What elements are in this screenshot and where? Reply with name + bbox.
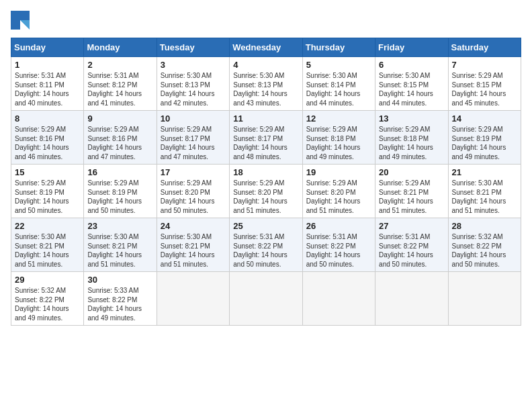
day-info: Sunrise: 5:30 AMSunset: 8:15 PMDaylight:… (379, 71, 444, 107)
weekday-friday: Friday (375, 38, 448, 57)
calendar-cell: 24 Sunrise: 5:30 AMSunset: 8:21 PMDaylig… (157, 218, 229, 272)
day-info: Sunrise: 5:32 AMSunset: 8:22 PMDaylight:… (15, 286, 80, 322)
calendar-cell: 13 Sunrise: 5:29 AMSunset: 8:18 PMDaylig… (375, 111, 448, 165)
logo-icon (11, 11, 30, 30)
calendar-cell: 4 Sunrise: 5:30 AMSunset: 8:13 PMDayligh… (230, 57, 302, 111)
day-info: Sunrise: 5:30 AMSunset: 8:21 PMDaylight:… (87, 232, 152, 269)
day-number: 1 (15, 60, 80, 70)
weekday-header-row: SundayMondayTuesdayWednesdayThursdayFrid… (11, 38, 521, 57)
calendar-cell: 1 Sunrise: 5:31 AMSunset: 8:11 PMDayligh… (11, 57, 84, 111)
svg-rect-2 (11, 20, 20, 30)
day-number: 16 (87, 167, 152, 177)
calendar-cell: 28 Sunrise: 5:32 AMSunset: 8:22 PMDaylig… (448, 218, 521, 272)
calendar-week-3: 15 Sunrise: 5:29 AMSunset: 8:19 PMDaylig… (11, 165, 521, 218)
calendar-cell: 15 Sunrise: 5:29 AMSunset: 8:19 PMDaylig… (11, 165, 84, 218)
day-number: 12 (306, 113, 371, 124)
day-number: 24 (161, 221, 226, 231)
day-number: 20 (379, 167, 444, 177)
calendar-cell: 27 Sunrise: 5:31 AMSunset: 8:22 PMDaylig… (375, 218, 448, 272)
day-number: 6 (379, 60, 444, 70)
calendar-cell: 10 Sunrise: 5:29 AMSunset: 8:17 PMDaylig… (157, 111, 229, 165)
calendar-cell: 26 Sunrise: 5:31 AMSunset: 8:22 PMDaylig… (302, 218, 375, 272)
day-number: 21 (452, 167, 517, 177)
calendar-week-5: 29 Sunrise: 5:32 AMSunset: 8:22 PMDaylig… (11, 272, 521, 326)
calendar-cell: 25 Sunrise: 5:31 AMSunset: 8:22 PMDaylig… (230, 218, 302, 272)
page-header (11, 11, 521, 30)
day-info: Sunrise: 5:29 AMSunset: 8:18 PMDaylight:… (379, 125, 444, 161)
calendar-cell: 9 Sunrise: 5:29 AMSunset: 8:16 PMDayligh… (84, 111, 157, 165)
calendar-cell (375, 272, 448, 326)
day-info: Sunrise: 5:29 AMSunset: 8:20 PMDaylight:… (233, 179, 298, 215)
day-number: 11 (233, 113, 298, 124)
day-info: Sunrise: 5:29 AMSunset: 8:17 PMDaylight:… (233, 125, 298, 161)
calendar-cell: 14 Sunrise: 5:29 AMSunset: 8:19 PMDaylig… (448, 111, 521, 165)
day-number: 22 (15, 221, 80, 231)
day-number: 13 (379, 113, 444, 124)
day-info: Sunrise: 5:30 AMSunset: 8:21 PMDaylight:… (15, 232, 80, 269)
day-info: Sunrise: 5:29 AMSunset: 8:20 PMDaylight:… (161, 179, 226, 215)
day-number: 23 (87, 221, 152, 231)
day-number: 5 (306, 60, 371, 70)
day-number: 19 (306, 167, 371, 177)
day-number: 27 (379, 221, 444, 231)
calendar-cell (230, 272, 302, 326)
day-number: 17 (161, 167, 226, 177)
calendar-cell (302, 272, 375, 326)
day-info: Sunrise: 5:29 AMSunset: 8:16 PMDaylight:… (87, 125, 152, 161)
day-number: 26 (306, 221, 371, 231)
day-info: Sunrise: 5:29 AMSunset: 8:17 PMDaylight:… (161, 125, 226, 161)
day-info: Sunrise: 5:31 AMSunset: 8:12 PMDaylight:… (87, 71, 152, 107)
calendar-cell: 18 Sunrise: 5:29 AMSunset: 8:20 PMDaylig… (230, 165, 302, 218)
calendar-cell: 2 Sunrise: 5:31 AMSunset: 8:12 PMDayligh… (84, 57, 157, 111)
calendar-cell: 8 Sunrise: 5:29 AMSunset: 8:16 PMDayligh… (11, 111, 84, 165)
calendar-cell: 19 Sunrise: 5:29 AMSunset: 8:20 PMDaylig… (302, 165, 375, 218)
day-info: Sunrise: 5:30 AMSunset: 8:13 PMDaylight:… (161, 71, 226, 107)
day-info: Sunrise: 5:31 AMSunset: 8:11 PMDaylight:… (15, 71, 80, 107)
weekday-tuesday: Tuesday (157, 38, 229, 57)
weekday-sunday: Sunday (11, 38, 84, 57)
calendar-cell: 11 Sunrise: 5:29 AMSunset: 8:17 PMDaylig… (230, 111, 302, 165)
calendar-cell: 5 Sunrise: 5:30 AMSunset: 8:14 PMDayligh… (302, 57, 375, 111)
weekday-thursday: Thursday (302, 38, 375, 57)
day-info: Sunrise: 5:29 AMSunset: 8:19 PMDaylight:… (87, 179, 152, 215)
day-number: 8 (15, 113, 80, 124)
calendar-body: 1 Sunrise: 5:31 AMSunset: 8:11 PMDayligh… (11, 57, 521, 326)
day-number: 28 (452, 221, 517, 231)
day-info: Sunrise: 5:29 AMSunset: 8:16 PMDaylight:… (15, 125, 80, 161)
day-info: Sunrise: 5:31 AMSunset: 8:22 PMDaylight:… (233, 232, 298, 269)
day-info: Sunrise: 5:33 AMSunset: 8:22 PMDaylight:… (87, 286, 152, 322)
calendar-cell: 23 Sunrise: 5:30 AMSunset: 8:21 PMDaylig… (84, 218, 157, 272)
day-number: 30 (87, 275, 152, 285)
day-info: Sunrise: 5:31 AMSunset: 8:22 PMDaylight:… (306, 232, 371, 269)
calendar-week-4: 22 Sunrise: 5:30 AMSunset: 8:21 PMDaylig… (11, 218, 521, 272)
day-info: Sunrise: 5:32 AMSunset: 8:22 PMDaylight:… (452, 232, 517, 269)
calendar-cell: 17 Sunrise: 5:29 AMSunset: 8:20 PMDaylig… (157, 165, 229, 218)
weekday-monday: Monday (84, 38, 157, 57)
day-info: Sunrise: 5:29 AMSunset: 8:21 PMDaylight:… (379, 179, 444, 215)
day-info: Sunrise: 5:30 AMSunset: 8:13 PMDaylight:… (233, 71, 298, 107)
day-number: 25 (233, 221, 298, 231)
calendar-cell (448, 272, 521, 326)
calendar-cell: 29 Sunrise: 5:32 AMSunset: 8:22 PMDaylig… (11, 272, 84, 326)
day-info: Sunrise: 5:30 AMSunset: 8:14 PMDaylight:… (306, 71, 371, 107)
day-info: Sunrise: 5:29 AMSunset: 8:19 PMDaylight:… (452, 125, 517, 161)
calendar-week-1: 1 Sunrise: 5:31 AMSunset: 8:11 PMDayligh… (11, 57, 521, 111)
calendar-cell: 21 Sunrise: 5:30 AMSunset: 8:21 PMDaylig… (448, 165, 521, 218)
day-info: Sunrise: 5:29 AMSunset: 8:20 PMDaylight:… (306, 179, 371, 215)
calendar-cell: 30 Sunrise: 5:33 AMSunset: 8:22 PMDaylig… (84, 272, 157, 326)
day-number: 15 (15, 167, 80, 177)
calendar-cell (157, 272, 229, 326)
day-number: 29 (15, 275, 80, 285)
day-number: 18 (233, 167, 298, 177)
day-info: Sunrise: 5:31 AMSunset: 8:22 PMDaylight:… (379, 232, 444, 269)
calendar-cell: 22 Sunrise: 5:30 AMSunset: 8:21 PMDaylig… (11, 218, 84, 272)
day-number: 3 (161, 60, 226, 70)
day-info: Sunrise: 5:30 AMSunset: 8:21 PMDaylight:… (161, 232, 226, 269)
svg-marker-3 (20, 20, 30, 30)
calendar-cell: 20 Sunrise: 5:29 AMSunset: 8:21 PMDaylig… (375, 165, 448, 218)
calendar-cell: 7 Sunrise: 5:29 AMSunset: 8:15 PMDayligh… (448, 57, 521, 111)
day-number: 7 (452, 60, 517, 70)
day-number: 2 (87, 60, 152, 70)
calendar-cell: 12 Sunrise: 5:29 AMSunset: 8:18 PMDaylig… (302, 111, 375, 165)
day-number: 10 (161, 113, 226, 124)
